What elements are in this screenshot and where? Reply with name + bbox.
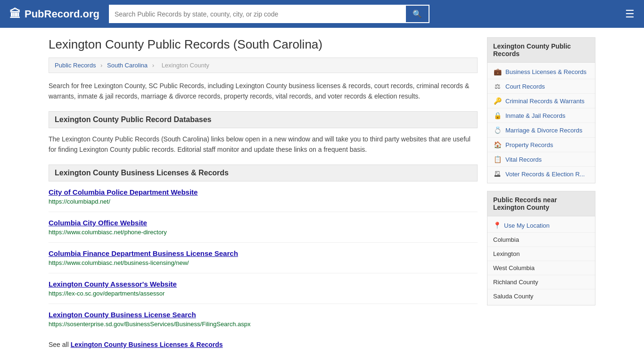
use-location-button[interactable]: 📍 Use My Location (487, 218, 595, 233)
record-item: Columbia Finance Department Business Lic… (49, 249, 478, 273)
sidebar-item-property[interactable]: 🏠 Property Records (487, 138, 595, 152)
record-item: Lexington County Business License Search… (49, 311, 478, 334)
page-description: Search for free Lexington County, SC Pub… (49, 81, 478, 102)
nearby-richland[interactable]: Richland County (487, 275, 595, 289)
menu-button[interactable]: ☰ (625, 8, 635, 20)
record-item: Lexington County Assessor's Website http… (49, 280, 478, 304)
sidebar-item-marriage[interactable]: 💍 Marriage & Divorce Records (487, 123, 595, 138)
court-icon: ⚖ (493, 82, 502, 90)
site-header: 🏛 PubRecord.org 🔍 ☰ (0, 0, 644, 28)
logo-text: PubRecord.org (25, 8, 99, 20)
nearby-columbia[interactable]: Columbia (487, 233, 595, 247)
sidebar-item-court[interactable]: ⚖ Court Records (487, 79, 595, 94)
breadcrumb-public-records[interactable]: Public Records (55, 62, 96, 69)
sidebar-box-records-content: 💼 Business Licenses & Records ⚖ Court Re… (487, 63, 595, 183)
record-url-3[interactable]: https://lex-co.sc.gov/departments/assess… (49, 290, 165, 297)
sidebar-box-nearby-content: 📍 Use My Location Columbia Lexington Wes… (487, 216, 595, 305)
sidebar-item-inmate[interactable]: 🔒 Inmate & Jail Records (487, 108, 595, 123)
business-heading: Lexington County Business Licenses & Rec… (49, 165, 478, 181)
record-url-0[interactable]: https://columbiapd.net/ (49, 198, 110, 205)
nearby-saluda[interactable]: Saluda County (487, 289, 595, 303)
nearby-west-columbia[interactable]: West Columbia (487, 261, 595, 275)
record-url-4[interactable]: https://sosenterprise.sd.gov/BusinessSer… (49, 321, 250, 328)
logo-icon: 🏛 (9, 8, 21, 21)
content-area: Lexington County Public Records (South C… (49, 37, 478, 348)
voter-icon: 🗳 (493, 170, 502, 178)
sidebar: Lexington County Public Records 💼 Busine… (487, 37, 595, 348)
sidebar-item-vital[interactable]: 📋 Vital Records (487, 152, 595, 167)
search-input[interactable] (109, 5, 405, 23)
vital-icon: 📋 (493, 156, 502, 163)
nearby-lexington[interactable]: Lexington (487, 247, 595, 261)
record-title-2[interactable]: Columbia Finance Department Business Lic… (49, 249, 478, 257)
sidebar-item-voter[interactable]: 🗳 Voter Records & Election R... (487, 167, 595, 181)
page-title: Lexington County Public Records (South C… (49, 37, 478, 52)
databases-heading: Lexington County Public Record Databases (49, 111, 478, 128)
criminal-icon: 🔑 (493, 97, 502, 105)
record-item: City of Columbia Police Department Websi… (49, 188, 478, 212)
record-url-2[interactable]: https://www.columbiasc.net/business-lice… (49, 259, 189, 266)
breadcrumb-lexington-county: Lexington County (162, 62, 209, 69)
sidebar-box-nearby-header: Public Records near Lexington County (487, 191, 595, 216)
business-icon: 💼 (493, 68, 502, 75)
logo[interactable]: 🏛 PubRecord.org (9, 8, 99, 21)
marriage-icon: 💍 (493, 126, 502, 134)
sidebar-box-nearby: Public Records near Lexington County 📍 U… (487, 191, 595, 305)
record-title-0[interactable]: City of Columbia Police Department Websi… (49, 188, 478, 196)
sidebar-item-business[interactable]: 💼 Business Licenses & Records (487, 65, 595, 79)
record-title-1[interactable]: Columbia City Office Website (49, 219, 478, 227)
inmate-icon: 🔒 (493, 112, 502, 119)
search-bar: 🔍 (109, 5, 429, 23)
see-all-link[interactable]: Lexington County Business Licenses & Rec… (71, 341, 223, 348)
property-icon: 🏠 (493, 141, 502, 148)
records-list: City of Columbia Police Department Websi… (49, 188, 478, 334)
sidebar-box-records: Lexington County Public Records 💼 Busine… (487, 37, 595, 183)
see-all: See all Lexington County Business Licens… (49, 341, 478, 348)
breadcrumb: Public Records › South Carolina › Lexing… (49, 58, 478, 73)
record-title-3[interactable]: Lexington County Assessor's Website (49, 280, 478, 288)
record-item: Columbia City Office Website https://www… (49, 219, 478, 243)
databases-description: The Lexington County Public Records (Sou… (49, 134, 478, 155)
sidebar-item-criminal[interactable]: 🔑 Criminal Records & Warrants (487, 94, 595, 108)
record-url-1[interactable]: https://www.columbiasc.net/phone-directo… (49, 229, 167, 236)
record-title-4[interactable]: Lexington County Business License Search (49, 311, 478, 319)
sidebar-box-records-header: Lexington County Public Records (487, 38, 595, 63)
breadcrumb-south-carolina[interactable]: South Carolina (107, 62, 148, 69)
search-button[interactable]: 🔍 (405, 5, 429, 23)
location-icon: 📍 (493, 222, 501, 229)
main-container: Lexington County Public Records (South C… (39, 28, 605, 358)
